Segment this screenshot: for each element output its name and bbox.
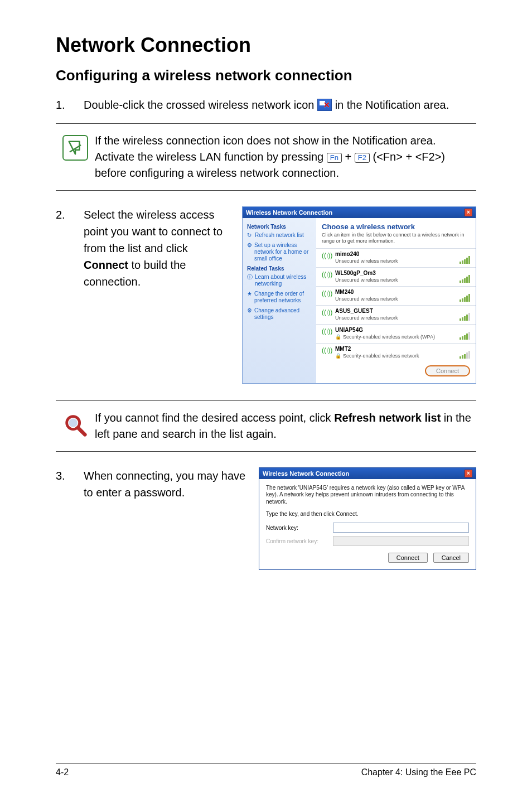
signal-icon xyxy=(453,351,470,359)
step-3-body: When connecting, you may have to enter a… xyxy=(84,467,248,501)
network-name: ASUS_GUEST xyxy=(335,308,449,314)
note-text: If the wireless connection icon does not… xyxy=(95,133,476,181)
network-item[interactable]: ((ı)) MMT2 🔒Security-enabled wireless ne… xyxy=(316,343,476,362)
tip-text: If you cannot find the desired access po… xyxy=(95,410,476,442)
wireless-main-title: Choose a wireless network xyxy=(316,220,476,232)
step-1: 1. Double-click the crossed wireless net… xyxy=(56,96,476,113)
antenna-icon: ((ı)) xyxy=(322,346,331,354)
setup-icon: ⚙ xyxy=(247,242,252,248)
password-instruction: Type the key, and then click Connect. xyxy=(266,511,469,517)
step-2-before: Select the wireless access point you wan… xyxy=(84,209,223,254)
sidebar-setup-label: Set up a wireless network for a home or … xyxy=(254,242,312,262)
footer-page-number: 4-2 xyxy=(56,767,69,777)
sidebar-advanced-label: Change advanced settings xyxy=(254,307,312,321)
tip-callout: If you cannot find the desired access po… xyxy=(56,400,476,452)
connect-button[interactable]: Connect xyxy=(425,365,470,376)
network-desc: 🔒Security-enabled wireless network (WPA) xyxy=(335,334,449,340)
step-1-number: 1. xyxy=(56,96,84,113)
confirm-key-input xyxy=(333,536,469,546)
confirm-key-label: Confirm network key: xyxy=(266,538,333,544)
step-1-text-before: Double-click the crossed wireless networ… xyxy=(84,99,317,111)
password-message: The network 'UNIAP54G' requires a networ… xyxy=(266,485,469,506)
network-item[interactable]: ((ı)) WL500gP_Om3 Unsecured wireless net… xyxy=(316,267,476,286)
network-desc: Unsecured wireless network xyxy=(335,296,449,302)
close-icon[interactable]: × xyxy=(465,470,472,477)
network-item[interactable]: ((ı)) mimo240 Unsecured wireless network xyxy=(316,248,476,267)
connect-button[interactable]: Connect xyxy=(388,553,428,563)
network-key-input[interactable] xyxy=(333,523,469,533)
info-icon: ⓘ xyxy=(247,274,253,279)
step-2-number: 2. xyxy=(56,206,84,223)
antenna-icon: ((ı)) xyxy=(322,308,331,316)
note-plus: + xyxy=(345,151,355,163)
step-2-body: Select the wireless access point you wan… xyxy=(84,206,231,290)
close-icon[interactable]: × xyxy=(465,209,472,216)
svg-point-1 xyxy=(69,418,78,427)
signal-icon xyxy=(453,332,470,340)
network-item[interactable]: ((ı)) ASUS_GUEST Unsecured wireless netw… xyxy=(316,305,476,324)
step-2-bold: Connect xyxy=(84,259,128,271)
confirm-key-row: Confirm network key: xyxy=(266,536,469,546)
antenna-icon: ((ı)) xyxy=(322,327,331,335)
gear-icon: ⚙ xyxy=(247,307,252,313)
star-icon: ★ xyxy=(247,291,252,296)
note-icon xyxy=(62,135,88,161)
tip-bold: Refresh network list xyxy=(334,412,441,424)
network-desc: Unsecured wireless network xyxy=(335,277,449,283)
cancel-button[interactable]: Cancel xyxy=(433,553,469,563)
step-3-number: 3. xyxy=(56,467,84,484)
step-1-body: Double-click the crossed wireless networ… xyxy=(84,96,476,113)
wireless-list-title: Wireless Network Connection xyxy=(246,209,332,216)
network-item[interactable]: ((ı)) MM240 Unsecured wireless network xyxy=(316,286,476,305)
page-title: Network Connection xyxy=(56,33,476,57)
signal-icon xyxy=(453,294,470,302)
sidebar-related-title: Related Tasks xyxy=(247,265,312,272)
section-title: Configuring a wireless network connectio… xyxy=(56,67,476,84)
sidebar-tasks-title: Network Tasks xyxy=(247,224,312,230)
signal-icon xyxy=(453,313,470,321)
wireless-sidebar: Network Tasks ↻Refresh network list ⚙Set… xyxy=(243,218,316,383)
step-1-text-after: in the Notification area. xyxy=(335,99,449,111)
step-3: 3. When connecting, you may have to ente… xyxy=(56,467,248,571)
signal-icon xyxy=(453,275,470,283)
network-name: WL500gP_Om3 xyxy=(335,270,449,276)
note-callout: If the wireless connection icon does not… xyxy=(56,123,476,191)
signal-icon xyxy=(453,256,470,264)
wireless-list-titlebar: Wireless Network Connection × xyxy=(243,207,476,218)
network-name: MM240 xyxy=(335,289,449,295)
lock-icon: 🔒 xyxy=(335,353,341,359)
lock-icon: 🔒 xyxy=(335,334,341,340)
network-desc: 🔒Security-enabled wireless network xyxy=(335,353,449,359)
network-desc: Unsecured wireless network xyxy=(335,315,449,321)
sidebar-refresh-label: Refresh network list xyxy=(255,232,304,239)
antenna-icon: ((ı)) xyxy=(322,289,331,297)
refresh-icon: ↻ xyxy=(247,232,253,238)
password-title: Wireless Network Connection xyxy=(263,470,349,477)
tip-icon xyxy=(62,412,88,438)
fn-key-icon: Fn xyxy=(327,153,342,163)
f2-key-icon: F2 xyxy=(355,153,370,163)
password-dialog: Wireless Network Connection × The networ… xyxy=(259,467,476,571)
sidebar-advanced-link[interactable]: ⚙Change advanced settings xyxy=(247,307,312,321)
sidebar-refresh-link[interactable]: ↻Refresh network list xyxy=(247,232,312,239)
network-desc: Unsecured wireless network xyxy=(335,258,449,264)
network-key-label: Network key: xyxy=(266,525,333,531)
sidebar-order-link[interactable]: ★Change the order of preferred networks xyxy=(247,291,312,304)
crossed-wireless-icon xyxy=(317,99,332,111)
footer-chapter: Chapter 4: Using the Eee PC xyxy=(361,767,476,777)
svg-line-2 xyxy=(78,427,85,434)
network-name: UNIAP54G xyxy=(335,327,449,333)
sidebar-learn-label: Learn about wireless networking xyxy=(255,274,312,287)
tip-before: If you cannot find the desired access po… xyxy=(95,412,334,424)
sidebar-setup-link[interactable]: ⚙Set up a wireless network for a home or… xyxy=(247,242,312,262)
step-2: 2. Select the wireless access point you … xyxy=(56,206,231,384)
page-footer: 4-2 Chapter 4: Using the Eee PC xyxy=(56,764,476,777)
network-item[interactable]: ((ı)) UNIAP54G 🔒Security-enabled wireles… xyxy=(316,324,476,343)
antenna-icon: ((ı)) xyxy=(322,251,331,259)
sidebar-learn-link[interactable]: ⓘLearn about wireless networking xyxy=(247,274,312,287)
sidebar-order-label: Change the order of preferred networks xyxy=(254,291,312,304)
antenna-icon: ((ı)) xyxy=(322,270,331,278)
network-desc-text: Security-enabled wireless network (WPA) xyxy=(343,334,435,340)
network-name: MMT2 xyxy=(335,346,449,352)
wireless-list-window: Wireless Network Connection × Network Ta… xyxy=(242,206,476,384)
